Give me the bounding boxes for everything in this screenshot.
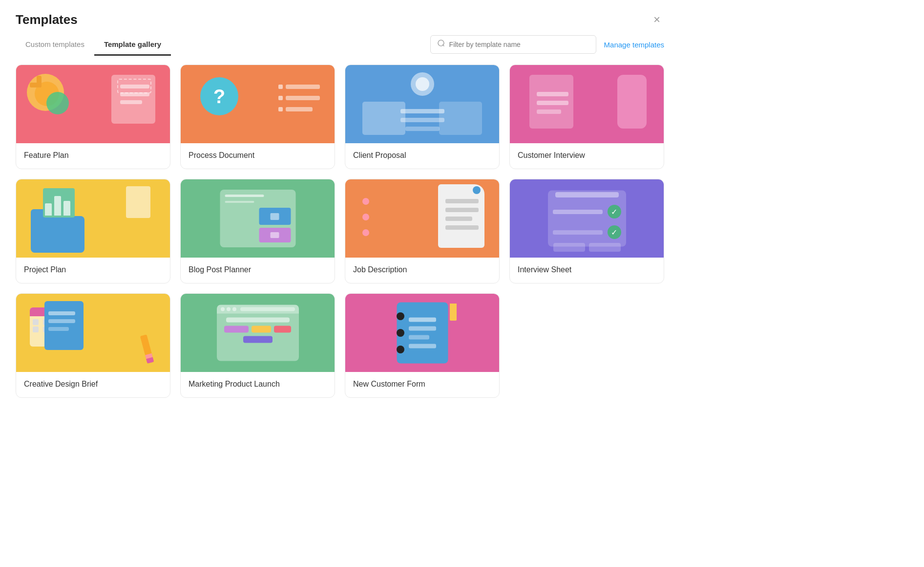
- tab-template-gallery[interactable]: Template gallery: [94, 35, 171, 56]
- search-icon: [438, 40, 445, 49]
- search-box: [430, 35, 596, 54]
- template-card-client-proposal[interactable]: Client Proposal: [345, 65, 500, 169]
- template-card-interview-sheet[interactable]: ✓ ✓ Interview Sheet: [509, 179, 664, 284]
- thumb-project-plan: [16, 179, 170, 258]
- modal-header: Templates ×: [16, 12, 664, 27]
- template-card-project-plan[interactable]: Project Plan: [16, 179, 170, 284]
- template-label: Blog Post Planner: [181, 258, 335, 283]
- thumb-process-doc: ?: [181, 65, 335, 143]
- template-card-feature-plan[interactable]: Feature Plan: [16, 65, 170, 169]
- modal-title: Templates: [16, 12, 78, 27]
- manage-templates-link[interactable]: Manage templates: [604, 41, 664, 49]
- templates-modal: Templates × Custom templates Template ga…: [0, 0, 680, 420]
- template-label: Process Document: [181, 143, 335, 169]
- template-card-customer-interview[interactable]: Customer Interview: [509, 65, 664, 169]
- template-label: Customer Interview: [510, 143, 664, 169]
- thumb-customer-interview: [510, 65, 664, 143]
- thumb-new-customer: [345, 294, 499, 372]
- thumb-creative: [16, 294, 170, 372]
- tab-custom-templates[interactable]: Custom templates: [16, 35, 94, 56]
- top-bar: Custom templates Template gallery Manage…: [16, 35, 664, 55]
- template-card-process-document[interactable]: ? Process Document: [180, 65, 335, 169]
- template-label: Client Proposal: [345, 143, 499, 169]
- thumb-feature-plan: [16, 65, 170, 143]
- template-card-job-description[interactable]: Job Description: [345, 179, 500, 284]
- template-label: Creative Design Brief: [16, 372, 170, 397]
- header-right: Manage templates: [430, 35, 664, 54]
- template-label: New Customer Form: [345, 372, 499, 397]
- thumb-blog-post: [181, 179, 335, 258]
- templates-grid: Feature Plan ?: [16, 65, 664, 398]
- template-label: Project Plan: [16, 258, 170, 283]
- template-label: Interview Sheet: [510, 258, 664, 283]
- template-label: Feature Plan: [16, 143, 170, 169]
- close-button[interactable]: ×: [650, 12, 664, 27]
- template-card-creative-design-brief[interactable]: Creative Design Brief: [16, 293, 170, 398]
- search-input[interactable]: [449, 41, 589, 48]
- thumb-job-desc: [345, 179, 499, 258]
- thumb-interview-sheet: ✓ ✓: [510, 179, 664, 258]
- thumb-client-proposal: [345, 65, 499, 143]
- template-card-blog-post-planner[interactable]: Blog Post Planner: [180, 179, 335, 284]
- template-card-marketing-product-launch[interactable]: Marketing Product Launch: [180, 293, 335, 398]
- thumb-marketing: [181, 294, 335, 372]
- template-label: Marketing Product Launch: [181, 372, 335, 397]
- template-card-new-customer-form[interactable]: New Customer Form: [345, 293, 500, 398]
- template-label: Job Description: [345, 258, 499, 283]
- tabs: Custom templates Template gallery: [16, 35, 171, 55]
